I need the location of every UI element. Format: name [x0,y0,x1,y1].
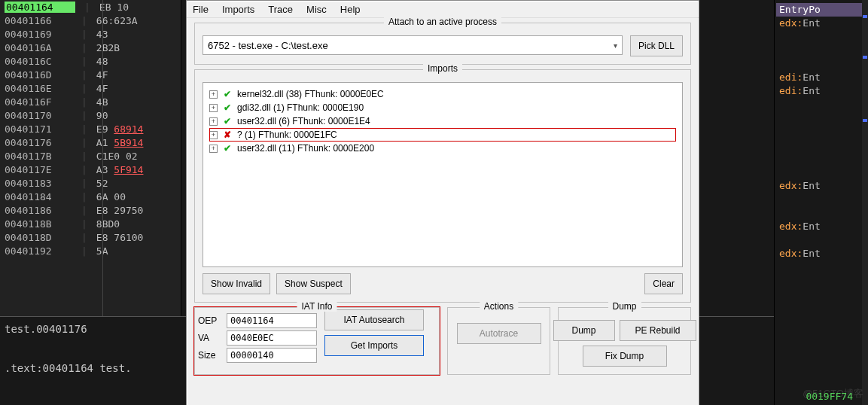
register-line: EntryPo [776,3,866,17]
import-module[interactable]: +✔kernel32.dll (38) FThunk: 0000E0EC [209,87,676,101]
va-label: VA [198,333,221,343]
oep-label: OEP [198,315,221,326]
module-label: gdi32.dll (1) FThunk: 0000E190 [237,102,364,113]
bytes: EB 10 [99,2,129,13]
disasm-row[interactable]: 0040116F|4B [0,95,181,108]
disasm-row[interactable]: 00401192|5A [0,244,181,257]
pe-rebuild-button[interactable]: PE Rebuild [620,320,696,341]
register-line [776,206,866,220]
disasm-row[interactable]: 00401186|E8 29750 [0,203,181,217]
address: 00401164 [5,2,75,13]
cross-icon: ✘ [222,129,233,140]
menu-file[interactable]: File [193,4,209,15]
va-input[interactable] [227,330,317,346]
dump-group: Dump Dump PE Rebuild Fix Dump [558,307,691,375]
show-suspect-button[interactable]: Show Suspect [276,273,351,294]
attach-title: Attach to an active process [384,17,501,27]
disasm-row[interactable]: 0040116E|4F [0,81,181,95]
actions-title: Actions [480,301,518,312]
disasm-row[interactable]: 00401184|6A 00 [0,190,181,203]
address: 00401192 [5,245,72,257]
address: 0040116A [5,42,72,53]
menu-bar: File Imports Trace Misc Help [187,1,699,18]
iat-autosearch-button[interactable]: IAT Autosearch [324,309,424,330]
expand-icon[interactable]: + [209,104,218,112]
disassembly-pane[interactable]: 00401164|EB 1000401166|66:623A00401169|4… [0,0,181,316]
menu-misc[interactable]: Misc [306,4,327,15]
register-line: edx:Ent [776,179,866,193]
import-module[interactable]: +✘? (1) FThunk: 0000E1FC [209,128,676,142]
iat-title: IAT Info [297,301,337,312]
register-line [776,44,866,57]
iat-info-group: IAT Info OEP VA Size IAT Autosearch Get … [194,307,440,375]
address: 00401186 [5,205,72,216]
imports-tree[interactable]: +✔kernel32.dll (38) FThunk: 0000E0EC+✔gd… [203,82,683,267]
bytes: E9 68914 [96,123,144,135]
register-line: edx:Ent [776,17,866,30]
address: 00401166 [5,15,72,26]
address: 00401170 [5,110,72,121]
address: 0040118D [5,232,72,243]
size-input[interactable] [227,348,317,363]
process-combo[interactable]: 6752 - test.exe - C:\test.exe ▾ [203,35,623,55]
disasm-row[interactable]: 0040116A|2B2B [0,41,181,54]
import-module[interactable]: +✔user32.dll (11) FThunk: 0000E200 [209,142,676,155]
disasm-row[interactable]: 00401176|A1 5B914 [0,136,181,149]
scrollbar[interactable] [862,0,868,405]
attach-group: Attach to an active process 6752 - test.… [194,23,691,65]
disasm-row[interactable]: 0040118D|E8 76100 [0,230,181,244]
bytes: A1 5B914 [96,137,144,148]
show-invalid-button[interactable]: Show Invalid [203,273,270,294]
disasm-row[interactable]: 00401166|66:623A [0,14,181,27]
registers-pane[interactable]: EntryPoedx:Ent edi:Entedi:Ent edx:Ent ed… [774,0,868,405]
disasm-row[interactable]: 0040117E|A3 5F914 [0,163,181,176]
disasm-row[interactable]: 00401171|E9 68914 [0,122,181,136]
register-line [776,152,866,166]
register-line [776,166,866,179]
menu-trace[interactable]: Trace [268,4,293,15]
dump-button[interactable]: Dump [553,320,615,341]
disasm-row[interactable]: 0040118B|8BD0 [0,217,181,230]
oep-input[interactable] [227,313,317,328]
dump-title: Dump [608,301,641,312]
clear-button[interactable]: Clear [644,273,683,294]
register-line [776,125,866,139]
address: 0040116C [5,56,72,67]
get-imports-button[interactable]: Get Imports [324,335,424,356]
disasm-row[interactable]: 0040116C|48 [0,54,181,68]
menu-help[interactable]: Help [340,4,361,15]
expand-icon[interactable]: + [209,131,218,139]
expand-icon[interactable]: + [209,117,218,126]
register-line: edi:Ent [776,71,866,84]
disasm-row[interactable]: 00401170|90 [0,108,181,122]
module-label: ? (1) FThunk: 0000E1FC [237,129,337,140]
pick-dll-button[interactable]: Pick DLL [630,35,683,56]
expand-icon[interactable]: + [209,145,218,153]
bytes: E8 76100 [96,232,144,243]
imports-group: Imports +✔kernel32.dll (38) FThunk: 0000… [194,69,691,303]
import-module[interactable]: +✔gdi32.dll (1) FThunk: 0000E190 [209,101,676,114]
address: 0040117B [5,151,72,162]
address: 0040116F [5,96,72,108]
register-line [776,111,866,125]
disasm-row[interactable]: 00401169|43 [0,27,181,41]
address: 0040117E [5,164,72,175]
register-line: edi:Ent [776,84,866,98]
bytes: 8BD0 [96,218,120,230]
disasm-row[interactable]: 00401183|52 [0,176,181,190]
bytes: 6A 00 [96,191,126,202]
bytes: 2B2B [96,42,120,53]
check-icon: ✔ [222,89,233,99]
disasm-row[interactable]: 00401164|EB 10 [0,0,181,14]
disasm-row[interactable]: 0040116D|4F [0,68,181,81]
register-line [776,139,866,152]
fix-dump-button[interactable]: Fix Dump [583,346,667,367]
module-label: user32.dll (11) FThunk: 0000E200 [237,143,374,154]
menu-imports[interactable]: Imports [222,4,254,15]
address: 00401171 [5,123,72,135]
expand-icon[interactable]: + [209,90,218,99]
bytes: E8 29750 [96,205,144,216]
address: 0040118B [5,218,72,230]
import-module[interactable]: +✔user32.dll (6) FThunk: 0000E1E4 [209,114,676,128]
disasm-row[interactable]: 0040117B|C1E0 02 [0,149,181,163]
